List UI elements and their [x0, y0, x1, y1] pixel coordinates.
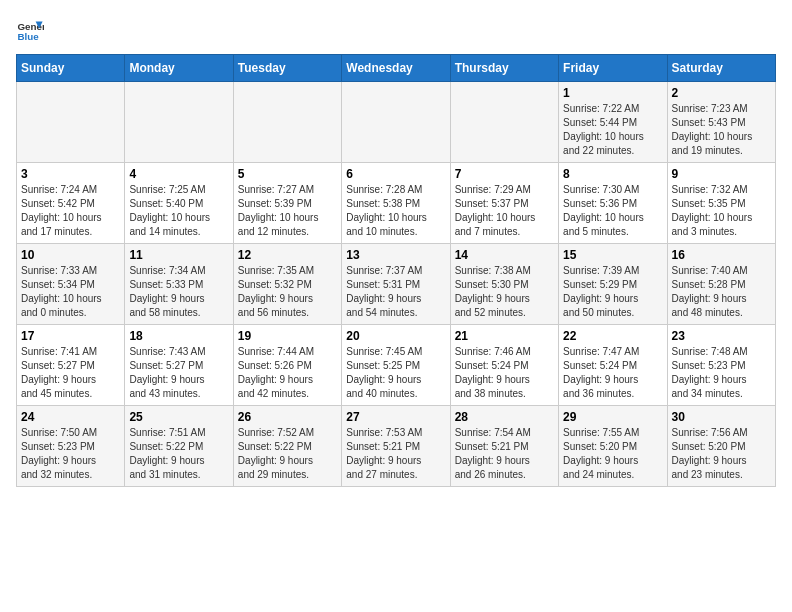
day-number: 17 [21, 329, 120, 343]
day-info: Sunrise: 7:27 AM Sunset: 5:39 PM Dayligh… [238, 183, 337, 239]
day-info: Sunrise: 7:34 AM Sunset: 5:33 PM Dayligh… [129, 264, 228, 320]
day-info: Sunrise: 7:22 AM Sunset: 5:44 PM Dayligh… [563, 102, 662, 158]
calendar-cell [450, 82, 558, 163]
day-info: Sunrise: 7:54 AM Sunset: 5:21 PM Dayligh… [455, 426, 554, 482]
day-number: 13 [346, 248, 445, 262]
day-number: 7 [455, 167, 554, 181]
weekday-header: Sunday [17, 55, 125, 82]
day-number: 16 [672, 248, 771, 262]
day-number: 28 [455, 410, 554, 424]
logo-icon: General Blue [16, 16, 44, 44]
day-number: 10 [21, 248, 120, 262]
calendar-cell: 27Sunrise: 7:53 AM Sunset: 5:21 PM Dayli… [342, 406, 450, 487]
day-number: 15 [563, 248, 662, 262]
day-number: 2 [672, 86, 771, 100]
day-info: Sunrise: 7:45 AM Sunset: 5:25 PM Dayligh… [346, 345, 445, 401]
calendar-cell: 21Sunrise: 7:46 AM Sunset: 5:24 PM Dayli… [450, 325, 558, 406]
day-info: Sunrise: 7:29 AM Sunset: 5:37 PM Dayligh… [455, 183, 554, 239]
day-number: 30 [672, 410, 771, 424]
calendar-cell [125, 82, 233, 163]
day-info: Sunrise: 7:50 AM Sunset: 5:23 PM Dayligh… [21, 426, 120, 482]
day-info: Sunrise: 7:47 AM Sunset: 5:24 PM Dayligh… [563, 345, 662, 401]
weekday-header: Friday [559, 55, 667, 82]
day-info: Sunrise: 7:52 AM Sunset: 5:22 PM Dayligh… [238, 426, 337, 482]
weekday-header: Thursday [450, 55, 558, 82]
calendar-cell: 26Sunrise: 7:52 AM Sunset: 5:22 PM Dayli… [233, 406, 341, 487]
calendar-cell: 2Sunrise: 7:23 AM Sunset: 5:43 PM Daylig… [667, 82, 775, 163]
logo: General Blue [16, 16, 48, 44]
weekday-header: Tuesday [233, 55, 341, 82]
day-number: 14 [455, 248, 554, 262]
day-info: Sunrise: 7:30 AM Sunset: 5:36 PM Dayligh… [563, 183, 662, 239]
calendar-cell: 18Sunrise: 7:43 AM Sunset: 5:27 PM Dayli… [125, 325, 233, 406]
calendar-cell [342, 82, 450, 163]
day-info: Sunrise: 7:23 AM Sunset: 5:43 PM Dayligh… [672, 102, 771, 158]
day-number: 11 [129, 248, 228, 262]
calendar-cell [17, 82, 125, 163]
header: General Blue [16, 16, 776, 44]
weekday-header: Saturday [667, 55, 775, 82]
day-info: Sunrise: 7:35 AM Sunset: 5:32 PM Dayligh… [238, 264, 337, 320]
day-number: 3 [21, 167, 120, 181]
day-info: Sunrise: 7:46 AM Sunset: 5:24 PM Dayligh… [455, 345, 554, 401]
svg-text:Blue: Blue [17, 31, 39, 42]
day-info: Sunrise: 7:56 AM Sunset: 5:20 PM Dayligh… [672, 426, 771, 482]
calendar-cell: 19Sunrise: 7:44 AM Sunset: 5:26 PM Dayli… [233, 325, 341, 406]
day-info: Sunrise: 7:37 AM Sunset: 5:31 PM Dayligh… [346, 264, 445, 320]
calendar-cell: 7Sunrise: 7:29 AM Sunset: 5:37 PM Daylig… [450, 163, 558, 244]
calendar-cell: 5Sunrise: 7:27 AM Sunset: 5:39 PM Daylig… [233, 163, 341, 244]
calendar-cell: 30Sunrise: 7:56 AM Sunset: 5:20 PM Dayli… [667, 406, 775, 487]
day-info: Sunrise: 7:44 AM Sunset: 5:26 PM Dayligh… [238, 345, 337, 401]
calendar-table: SundayMondayTuesdayWednesdayThursdayFrid… [16, 54, 776, 487]
day-number: 5 [238, 167, 337, 181]
day-info: Sunrise: 7:53 AM Sunset: 5:21 PM Dayligh… [346, 426, 445, 482]
day-number: 9 [672, 167, 771, 181]
day-info: Sunrise: 7:43 AM Sunset: 5:27 PM Dayligh… [129, 345, 228, 401]
day-info: Sunrise: 7:28 AM Sunset: 5:38 PM Dayligh… [346, 183, 445, 239]
calendar-cell: 8Sunrise: 7:30 AM Sunset: 5:36 PM Daylig… [559, 163, 667, 244]
day-number: 25 [129, 410, 228, 424]
calendar-cell: 6Sunrise: 7:28 AM Sunset: 5:38 PM Daylig… [342, 163, 450, 244]
day-number: 6 [346, 167, 445, 181]
calendar-cell: 16Sunrise: 7:40 AM Sunset: 5:28 PM Dayli… [667, 244, 775, 325]
day-number: 23 [672, 329, 771, 343]
calendar-cell: 29Sunrise: 7:55 AM Sunset: 5:20 PM Dayli… [559, 406, 667, 487]
day-info: Sunrise: 7:33 AM Sunset: 5:34 PM Dayligh… [21, 264, 120, 320]
day-info: Sunrise: 7:39 AM Sunset: 5:29 PM Dayligh… [563, 264, 662, 320]
calendar-cell: 3Sunrise: 7:24 AM Sunset: 5:42 PM Daylig… [17, 163, 125, 244]
day-info: Sunrise: 7:25 AM Sunset: 5:40 PM Dayligh… [129, 183, 228, 239]
day-number: 1 [563, 86, 662, 100]
day-number: 27 [346, 410, 445, 424]
day-info: Sunrise: 7:40 AM Sunset: 5:28 PM Dayligh… [672, 264, 771, 320]
day-number: 29 [563, 410, 662, 424]
calendar-cell: 25Sunrise: 7:51 AM Sunset: 5:22 PM Dayli… [125, 406, 233, 487]
day-number: 20 [346, 329, 445, 343]
calendar-cell: 1Sunrise: 7:22 AM Sunset: 5:44 PM Daylig… [559, 82, 667, 163]
day-number: 18 [129, 329, 228, 343]
weekday-header: Monday [125, 55, 233, 82]
day-info: Sunrise: 7:32 AM Sunset: 5:35 PM Dayligh… [672, 183, 771, 239]
calendar-cell: 10Sunrise: 7:33 AM Sunset: 5:34 PM Dayli… [17, 244, 125, 325]
day-number: 8 [563, 167, 662, 181]
calendar-cell [233, 82, 341, 163]
calendar-cell: 12Sunrise: 7:35 AM Sunset: 5:32 PM Dayli… [233, 244, 341, 325]
calendar-body: 1Sunrise: 7:22 AM Sunset: 5:44 PM Daylig… [17, 82, 776, 487]
day-info: Sunrise: 7:48 AM Sunset: 5:23 PM Dayligh… [672, 345, 771, 401]
day-info: Sunrise: 7:51 AM Sunset: 5:22 PM Dayligh… [129, 426, 228, 482]
day-info: Sunrise: 7:55 AM Sunset: 5:20 PM Dayligh… [563, 426, 662, 482]
calendar-cell: 4Sunrise: 7:25 AM Sunset: 5:40 PM Daylig… [125, 163, 233, 244]
calendar-cell: 28Sunrise: 7:54 AM Sunset: 5:21 PM Dayli… [450, 406, 558, 487]
day-number: 19 [238, 329, 337, 343]
calendar-cell: 17Sunrise: 7:41 AM Sunset: 5:27 PM Dayli… [17, 325, 125, 406]
calendar-cell: 13Sunrise: 7:37 AM Sunset: 5:31 PM Dayli… [342, 244, 450, 325]
calendar-cell: 20Sunrise: 7:45 AM Sunset: 5:25 PM Dayli… [342, 325, 450, 406]
day-info: Sunrise: 7:24 AM Sunset: 5:42 PM Dayligh… [21, 183, 120, 239]
day-number: 24 [21, 410, 120, 424]
day-number: 26 [238, 410, 337, 424]
day-number: 21 [455, 329, 554, 343]
calendar-cell: 23Sunrise: 7:48 AM Sunset: 5:23 PM Dayli… [667, 325, 775, 406]
day-info: Sunrise: 7:41 AM Sunset: 5:27 PM Dayligh… [21, 345, 120, 401]
day-info: Sunrise: 7:38 AM Sunset: 5:30 PM Dayligh… [455, 264, 554, 320]
day-number: 22 [563, 329, 662, 343]
calendar-cell: 11Sunrise: 7:34 AM Sunset: 5:33 PM Dayli… [125, 244, 233, 325]
